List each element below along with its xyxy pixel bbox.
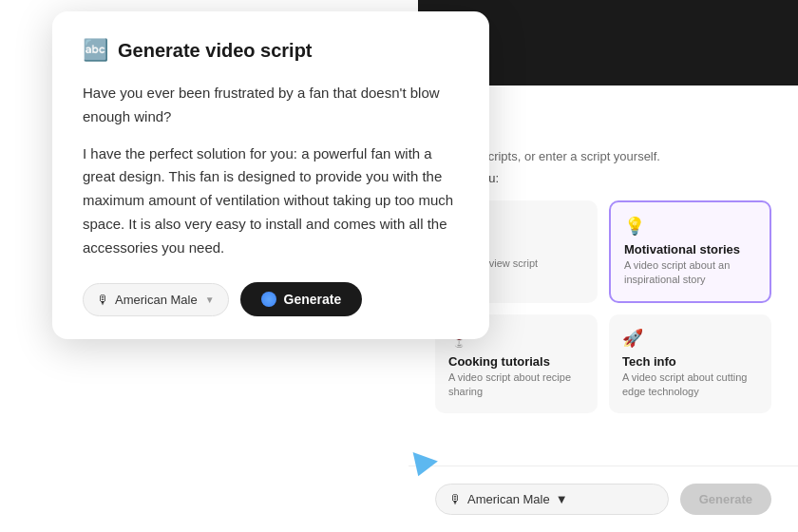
voice-select-dropdown[interactable]: 🎙 American Male ▼ [83, 283, 229, 316]
motivational-desc: A video script about an inspirational st… [624, 258, 756, 288]
right-chevron-icon: ▼ [556, 492, 568, 506]
voice-label: American Male [115, 293, 198, 307]
popup-header: 🔤 Generate video script [83, 38, 459, 63]
popup-header-icon: 🔤 [83, 38, 108, 63]
right-generate-button[interactable]: Generate [680, 484, 771, 515]
right-voice-select[interactable]: 🎙 American Male ▼ [435, 484, 669, 515]
tech-title: Tech info [622, 354, 758, 369]
generate-btn-icon [261, 292, 276, 307]
popup-body: Have you ever been frustrated by a fan t… [83, 82, 459, 259]
generate-button[interactable]: Generate [240, 282, 363, 316]
right-voice-label: American Male [467, 492, 550, 506]
card-motivational[interactable]: 💡 Motivational stories A video script ab… [609, 200, 771, 303]
popup-footer: 🎙 American Male ▼ Generate [83, 282, 459, 316]
popup-card: 🔤 Generate video script Have you ever be… [52, 11, 489, 339]
motivational-icon: 💡 [624, 216, 756, 237]
popup-paragraph-2: I have the perfect solution for you: a p… [83, 142, 459, 260]
right-bottom-bar: 🎙 American Male ▼ Generate [408, 466, 798, 532]
popup-title: Generate video script [118, 40, 313, 62]
mic-icon: 🎙 [97, 293, 109, 307]
right-mic-icon: 🎙 [449, 492, 462, 506]
card-tech[interactable]: 🚀 Tech info A video script about cutting… [609, 314, 771, 413]
popup-paragraph-1: Have you ever been frustrated by a fan t… [83, 82, 459, 129]
generate-label: Generate [284, 292, 342, 307]
tech-desc: A video script about cutting edge techno… [622, 370, 758, 400]
chevron-down-icon: ▼ [205, 294, 215, 305]
cooking-desc: A video script about recipe sharing [448, 370, 584, 400]
cooking-title: Cooking tutorials [448, 354, 584, 369]
motivational-title: Motivational stories [624, 242, 756, 256]
tech-icon: 🚀 [622, 328, 758, 349]
